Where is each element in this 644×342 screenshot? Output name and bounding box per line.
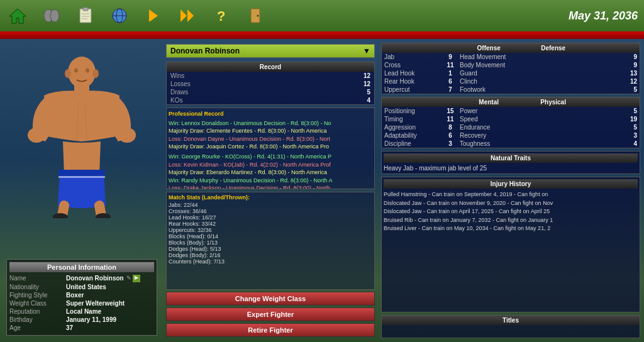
pro-record-title: Professional Record	[169, 110, 372, 118]
svg-point-16	[257, 15, 259, 17]
endurance-label: Endurance	[460, 124, 618, 131]
pro-record-line-4: Win: George Rourke - KO(Cross) - Rd. 4(1…	[169, 153, 372, 161]
next-icon[interactable]	[142, 4, 165, 27]
recovery-value: 3	[618, 132, 637, 139]
red-bar	[0, 31, 644, 39]
body-movement-value: 9	[618, 62, 637, 69]
stats-row-uppercut: Uppercut 7 Footwork 5	[382, 86, 640, 94]
rear-hook-label: Rear Hook	[384, 78, 441, 85]
stats-row-jab: Jab 9 Head Movement 9	[382, 53, 640, 61]
main-content: Personal Information Name Donovan Robins…	[0, 39, 644, 342]
clipboard-icon[interactable]	[74, 4, 97, 27]
stats-row-timing: Timing 11 Speed 19	[382, 115, 640, 123]
injury-line-0: Pulled Hamstring - Can train on Septembe…	[384, 190, 638, 199]
reputation-label: Reputation	[9, 308, 66, 315]
guard-value: 13	[618, 70, 637, 77]
discipline-value: 3	[441, 140, 460, 147]
svg-point-23	[28, 128, 45, 143]
injury-text: Pulled Hamstring - Can train on Septembe…	[384, 190, 638, 233]
globe-icon[interactable]	[108, 4, 131, 27]
lead-hook-label: Lead Hook	[384, 70, 441, 77]
help-icon[interactable]: ?	[210, 4, 233, 27]
gloves-icon[interactable]	[40, 4, 63, 27]
fighting-style-row: Fighting Style Boxer	[9, 292, 154, 299]
losses-value: 12	[364, 80, 370, 87]
toolbar: ? May 31, 2036	[0, 0, 644, 31]
mental-spacer	[382, 97, 467, 107]
change-weight-button[interactable]: Change Weight Class	[166, 292, 375, 306]
physical-label: Physical	[511, 97, 596, 107]
middle-panel: Donovan Robinson ▼ Record Wins 12 Losses…	[164, 39, 377, 342]
pro-record-line-5: Loss: Kevin Kidman - KO(Jab) - Rd. 4(2:0…	[169, 161, 372, 169]
retire-fighter-button[interactable]: Retire Fighter	[166, 323, 375, 337]
pro-record-line-6: Majority Draw: Eberardo Martinez - Rd. 8…	[169, 168, 372, 177]
age-label: Age	[9, 324, 66, 331]
offense-header	[382, 43, 467, 53]
svg-marker-12	[180, 9, 187, 22]
titles-content	[382, 325, 640, 338]
right-panel: Offense Defense Jab 9 Head Movement 9 Cr…	[377, 39, 644, 342]
match-stat-lead-hooks: Lead Hooks: 16/27	[169, 214, 372, 221]
edit-icon[interactable]: ✎	[126, 275, 131, 282]
titles-box: Titles	[381, 315, 640, 338]
natural-traits-text: Heavy Jab - maximum jab level of 25	[384, 165, 638, 172]
record-title: Record	[167, 62, 374, 72]
wins-row: Wins 12	[167, 72, 374, 80]
titles-title: Titles	[382, 316, 640, 325]
fighter-name: Donovan Robinson	[170, 47, 240, 55]
jab-value: 9	[441, 53, 460, 60]
mental-physical-box: Mental Physical Positioning 15 Power 5 T…	[381, 97, 640, 148]
name-row: Name Donovan Robinson ✎ ▶	[9, 275, 154, 282]
reputation-value: Local Name	[66, 308, 101, 315]
positioning-label: Positioning	[384, 108, 441, 114]
match-stat-rear-hooks: Rear Hooks: 33/42	[169, 221, 372, 227]
fighter-dropdown[interactable]: Donovan Robinson ▼	[166, 44, 375, 58]
jab-label: Jab	[384, 53, 441, 60]
adaptability-value: 6	[441, 132, 460, 139]
endurance-value: 5	[618, 124, 637, 131]
clinch-label: Clinch	[460, 78, 618, 85]
pro-record-line-1: Majority Draw: Clemente Fuentes - Rd. 8(…	[169, 127, 372, 135]
lead-hook-value: 1	[441, 70, 460, 77]
wins-label: Wins	[170, 72, 184, 79]
fast-forward-icon[interactable]	[176, 4, 199, 27]
stats-row-discipline: Discipline 3 Toughness 4	[382, 140, 640, 148]
positioning-value: 15	[441, 108, 460, 114]
footwork-label: Footwork	[460, 86, 618, 93]
svg-point-2	[50, 9, 59, 22]
offense-defense-box: Offense Defense Jab 9 Head Movement 9 Cr…	[381, 43, 640, 94]
personal-info-box: Personal Information Name Donovan Robins…	[6, 259, 157, 336]
timing-value: 11	[441, 116, 460, 123]
defense-value-header	[596, 43, 640, 53]
svg-point-19	[92, 69, 99, 78]
pro-record-line-2: Loss: Donovan Dayne - Unanimous Decision…	[169, 135, 372, 143]
offense-defense-header: Offense Defense	[382, 43, 640, 53]
match-stats-box: Match Stats (Landed/Thrown): Jabs: 22/44…	[166, 192, 375, 290]
nationality-row: Nationality United States	[9, 284, 154, 290]
head-movement-value: 9	[618, 53, 637, 60]
svg-point-24	[118, 128, 136, 143]
power-value: 5	[618, 108, 637, 114]
match-stat-blocks-head: Blocks (Head): 0/14	[169, 233, 372, 240]
svg-rect-21	[58, 170, 105, 176]
home-icon[interactable]	[6, 4, 29, 27]
uppercut-value: 7	[441, 86, 460, 93]
match-stats-title: Match Stats (Landed/Thrown):	[169, 194, 372, 201]
discipline-label: Discipline	[384, 140, 441, 147]
svg-point-27	[74, 69, 78, 73]
svg-marker-11	[149, 9, 158, 22]
cross-label: Cross	[384, 62, 441, 69]
svg-rect-22	[58, 176, 105, 178]
toolbar-date: May 31, 2036	[569, 9, 638, 23]
stats-row-lead-hook: Lead Hook 1 Guard 13	[382, 69, 640, 77]
weight-class-row: Weight Class Super Welterweight	[9, 300, 154, 307]
defense-label: Defense	[511, 43, 596, 53]
green-btn[interactable]: ▶	[133, 275, 140, 282]
offense-label: Offense	[467, 43, 511, 53]
kos-value: 4	[367, 97, 370, 104]
dropdown-arrow: ▼	[363, 47, 370, 55]
pro-record-line-3: Majority Draw: Joaquin Cortez - Rd. 8(3:…	[169, 143, 372, 151]
physical-value-header	[596, 97, 640, 107]
expert-fighter-button[interactable]: Expert Fighter	[166, 307, 375, 321]
exit-icon[interactable]	[244, 4, 267, 27]
